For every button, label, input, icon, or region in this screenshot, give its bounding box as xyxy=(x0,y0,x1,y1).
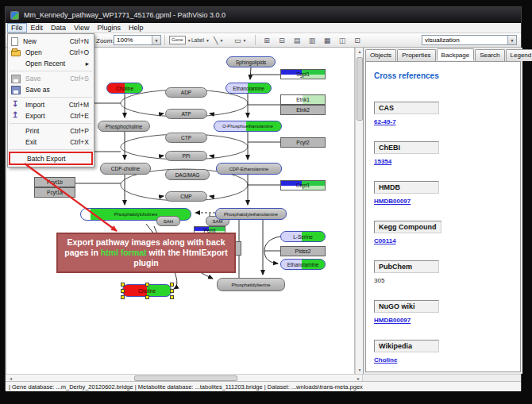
pathway-node-sphingolipids[interactable]: Sphingolipids xyxy=(226,56,276,67)
selection-handle[interactable] xyxy=(121,295,125,299)
pathway-node-pcyt2[interactable]: Pcyt2 xyxy=(280,137,326,148)
selection-handle[interactable] xyxy=(121,289,125,293)
horizontal-scrollbar[interactable]: ◄ ► xyxy=(6,374,521,381)
selection-handle[interactable] xyxy=(170,283,174,287)
chevron-down-icon[interactable]: ▼ xyxy=(507,36,516,44)
xref-link[interactable]: 62-49-7 xyxy=(374,118,396,125)
tab-legend[interactable]: Legend xyxy=(506,49,532,61)
menu-view[interactable]: View xyxy=(70,23,93,33)
file-menu-item-save-as[interactable]: Save as xyxy=(8,84,94,95)
tab-properties[interactable]: Properties xyxy=(397,49,435,61)
pathway-node-choline-top[interactable]: Choline xyxy=(106,83,143,94)
tab-backpage[interactable]: Backpage xyxy=(437,48,475,60)
file-menu-item-import[interactable]: ImportCtrl+M xyxy=(8,99,94,110)
pathway-node-ethanolamine-top[interactable]: Ethanolamine xyxy=(226,83,272,94)
pathway-node-phosphatidylethanolamine[interactable]: Phosphatidylethanolamine xyxy=(215,208,287,220)
node-label: Cept1 xyxy=(296,183,310,188)
pathway-node-cmp[interactable]: CMP xyxy=(165,191,207,202)
node-label: Choline xyxy=(116,86,133,91)
pathway-node-l-serine[interactable]: L-Serine xyxy=(280,231,326,242)
xref-source-box: HMDB xyxy=(374,181,439,194)
xref-link[interactable]: Choline xyxy=(374,356,397,364)
title-bar[interactable]: Mm_Kennedy_pathway_WP1771_45176.gpml - P… xyxy=(6,7,521,23)
file-menu-item-export[interactable]: ExportCtrl+E xyxy=(8,110,94,121)
menu-help[interactable]: Help xyxy=(125,23,148,33)
pathway-node-ctp[interactable]: CTP xyxy=(165,133,207,143)
pathway-node-cept1[interactable]: Cept1 xyxy=(280,180,326,190)
file-menu-item-new[interactable]: NewCtrl+N xyxy=(8,36,94,47)
pathway-node-ppi[interactable]: PPi xyxy=(165,151,207,161)
scrollbar-thumb[interactable] xyxy=(134,375,237,381)
shape-tool-button[interactable]: ▭ ▼ xyxy=(234,35,246,45)
pathway-node-phosphocholine[interactable]: Phosphocholine xyxy=(98,121,150,132)
menu-data[interactable]: Data xyxy=(47,23,70,33)
match-width-icon[interactable]: ▦ xyxy=(322,35,333,45)
selection-handle[interactable] xyxy=(145,295,149,299)
vertical-scrollbar[interactable]: ▲ ▼ xyxy=(355,48,363,374)
menu-item-label: Import xyxy=(25,101,44,109)
chevron-down-icon[interactable]: ▼ xyxy=(187,38,191,43)
xref-link[interactable]: 15354 xyxy=(374,158,391,165)
pathway-node-sah[interactable]: SAH xyxy=(156,216,180,226)
selection-handle[interactable] xyxy=(145,283,149,287)
selection-handle[interactable] xyxy=(170,295,174,299)
align-center-icon[interactable]: ⊞ xyxy=(261,35,272,45)
selection-handle[interactable] xyxy=(121,283,125,287)
pathway-node-cdp-choline[interactable]: CDP-choline xyxy=(100,163,151,175)
pathway-node-ethanolamine-bottom[interactable]: Ethanolamine xyxy=(280,259,326,270)
chevron-down-icon[interactable]: ▼ xyxy=(206,38,210,43)
file-menu-item-save[interactable]: SaveCtrl+S xyxy=(8,73,94,84)
label-tool-button[interactable]: Label ▼ xyxy=(191,35,210,45)
pathway-node-pcyt1a[interactable]: Pcyt1a xyxy=(34,187,75,198)
chevron-down-icon[interactable]: ▼ xyxy=(152,36,160,44)
xref-link[interactable]: HMDB00097 xyxy=(374,317,411,324)
stack-icon[interactable]: ⊡ xyxy=(352,35,363,45)
pathway-node-phosphatidylserine[interactable]: Phosphatidylserine xyxy=(217,278,285,291)
file-menu-item-open-recent[interactable]: Open Recent▸ xyxy=(8,58,94,69)
pathway-node-dag-mag[interactable]: DAG/MAG xyxy=(165,169,210,180)
xref-source-box: Kegg Compound xyxy=(374,221,441,233)
pathway-node-etnk2[interactable]: Etnk2 xyxy=(280,105,326,115)
zoom-combo[interactable]: 100% ▼ xyxy=(114,35,161,45)
file-menu-item-exit[interactable]: ExitCtrl+X xyxy=(8,137,94,148)
pathway-node-o-phosphoethanolamine[interactable]: O-Phosphoethanolamine xyxy=(214,121,282,132)
file-menu-item-open[interactable]: OpenCtrl+O xyxy=(8,47,94,58)
file-menu-item-batch-export[interactable]: Batch Export xyxy=(9,152,93,165)
export-icon xyxy=(11,112,21,121)
file-menu-item-print[interactable]: PrintCtrl+P xyxy=(8,125,94,137)
gene-tool-button[interactable]: Gene ▼ xyxy=(169,35,191,45)
menu-separator xyxy=(10,123,92,124)
panel-tabs: ObjectsPropertiesBackpageSearchLegend xyxy=(365,49,532,61)
pathway-node-pcyt1b[interactable]: Pcyt1b xyxy=(34,177,75,187)
chevron-down-icon[interactable]: ▼ xyxy=(243,38,247,43)
node-label: Pcyt2 xyxy=(296,140,309,145)
xref-link[interactable]: HMDB00097 xyxy=(374,198,411,205)
pathway-node-atp[interactable]: ATP xyxy=(165,109,207,119)
pathway-node-ptdss2[interactable]: Ptdss2 xyxy=(280,246,326,256)
chevron-down-icon[interactable]: ▼ xyxy=(219,38,223,43)
scrollbar-thumb[interactable] xyxy=(357,57,363,121)
pathway-node-cdp-ethanolamine[interactable]: CDP-Ethanolamine xyxy=(216,163,282,175)
align-middle-icon[interactable]: ⊟ xyxy=(276,35,287,45)
pathway-node-etnk1[interactable]: Etnk1 xyxy=(280,94,326,105)
pathway-node-adp[interactable]: ADP xyxy=(165,87,207,98)
selection-handle[interactable] xyxy=(170,289,174,293)
menu-edit[interactable]: Edit xyxy=(27,23,48,33)
visualization-combo[interactable]: visualization ▼ xyxy=(422,35,517,45)
distribute-horizontal-icon[interactable]: ▤ xyxy=(291,35,303,45)
xref-link[interactable]: C00114 xyxy=(374,237,396,244)
menu-plugins[interactable]: Plugins xyxy=(93,23,125,33)
tab-search[interactable]: Search xyxy=(475,49,504,61)
line-tool-button[interactable]: ╲ ▼ xyxy=(214,35,223,45)
pathway-node-choline-selected[interactable]: Choline xyxy=(122,284,172,297)
backpage-panel: Cross references CAS62-49-7ChEBI15354HMD… xyxy=(365,61,521,372)
status-text: | Gene database: ...m_Derby_20120602.bri… xyxy=(6,383,363,391)
menu-item-shortcut: Ctrl+P xyxy=(70,127,89,135)
node-label: CDP-choline xyxy=(111,166,141,171)
distribute-vertical-icon[interactable]: ▥ xyxy=(306,35,318,45)
pathway-node-sgpl1[interactable]: Sgpl1 xyxy=(280,69,326,79)
side-panel: ObjectsPropertiesBackpageSearchLegend Cr… xyxy=(363,48,522,374)
menu-file[interactable]: File xyxy=(7,23,27,33)
tab-objects[interactable]: Objects xyxy=(365,49,396,61)
match-height-icon[interactable]: ◫ xyxy=(337,35,348,45)
